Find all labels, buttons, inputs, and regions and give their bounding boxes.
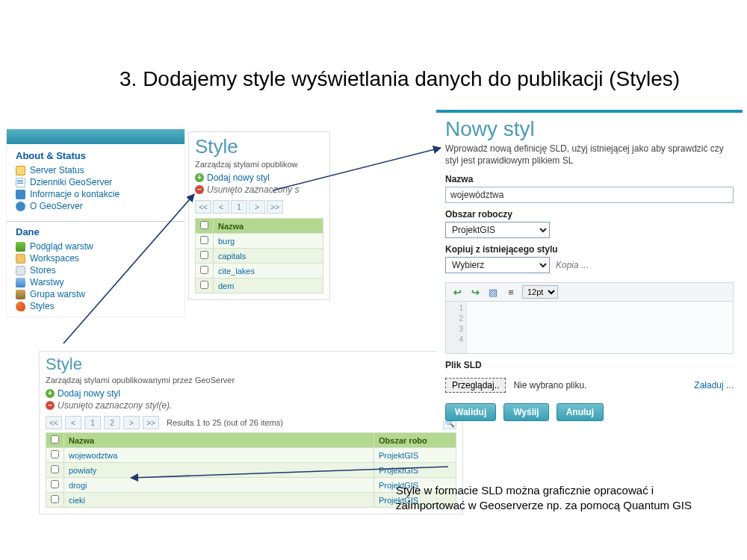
results-text: Results 1 to 25 (out of 26 items) — [167, 418, 283, 427]
row-checkbox[interactable] — [200, 251, 208, 259]
col-name-header[interactable]: Nazwa — [64, 433, 374, 448]
nav-styles[interactable]: Styles — [14, 300, 177, 312]
row-checkbox[interactable] — [51, 480, 59, 488]
panel-top-rule — [436, 110, 743, 113]
nav-about-geoserver[interactable]: O GeoServer — [14, 200, 177, 212]
pager-next[interactable]: > — [249, 200, 265, 214]
styles-subdesc-wide: Zarządzaj stylami opublikowanymi przez G… — [46, 376, 456, 385]
pager-last[interactable]: >> — [267, 200, 283, 214]
nav-layer-preview[interactable]: Podgląd warstw — [14, 240, 177, 252]
styles-panel-narrow: Style Zarządzaj stylami opublikow + Doda… — [188, 131, 330, 300]
undo-icon[interactable]: ↩ — [450, 286, 464, 298]
row-checkbox[interactable] — [51, 450, 59, 458]
nav-layer-groups[interactable]: Grupa warstw — [14, 288, 177, 300]
wrap-icon[interactable]: ≡ — [504, 286, 518, 298]
remove-style-link-wide[interactable]: – Usunięto zaznaczony styl(e). — [46, 399, 456, 411]
load-link[interactable]: Załaduj ... — [694, 380, 734, 391]
sld-editor[interactable]: 1 2 3 4 — [445, 302, 734, 354]
pager-page[interactable]: 1 — [231, 200, 247, 214]
pager-page-1[interactable]: 1 — [84, 416, 101, 429]
submit-button[interactable]: Wyślij — [503, 403, 548, 421]
style-link[interactable]: cite_lakes — [218, 267, 255, 276]
group-icon — [16, 290, 25, 299]
pager-first[interactable]: << — [46, 416, 62, 429]
copy-label: Kopiuj z istniejącego stylu — [445, 244, 734, 255]
add-style-link-wide[interactable]: + Dodaj nowy styl — [46, 388, 456, 399]
copy-from-select[interactable]: Wybierz — [445, 257, 550, 273]
col-name-header[interactable]: Nazwa — [214, 219, 323, 234]
pager-prev[interactable]: < — [65, 416, 81, 429]
pager: << < 1 > >> — [195, 200, 323, 214]
style-link[interactable]: wojewodztwa — [69, 451, 117, 460]
style-link[interactable]: capitals — [218, 252, 246, 261]
new-style-panel: Nowy styl Wprowadź nową definicję SLD, u… — [436, 110, 743, 421]
nav-contact-info[interactable]: Informacje o kontakcie — [14, 188, 177, 200]
pager-last[interactable]: >> — [143, 416, 159, 429]
pager-next[interactable]: > — [123, 416, 140, 429]
styles-heading-wide: Style — [46, 355, 456, 374]
image-icon[interactable]: ▧ — [486, 286, 500, 298]
status-icon — [16, 166, 25, 175]
results-row: << < 1 2 > >> Results 1 to 25 (out of 26… — [46, 416, 456, 429]
style-link[interactable]: cieki — [69, 496, 85, 505]
workspace-link[interactable]: ProjektGIS — [379, 466, 418, 475]
name-input[interactable] — [445, 187, 734, 203]
row-checkbox[interactable] — [200, 266, 208, 274]
geoserver-sidebar: About & Status Server Status Dzienniki G… — [6, 128, 185, 317]
col-workspace-header[interactable]: Obszar robo — [374, 433, 456, 448]
layer-icon — [16, 278, 25, 287]
nav-layers[interactable]: Warstwy — [14, 276, 177, 288]
pager-page-2[interactable]: 2 — [104, 416, 120, 429]
style-link[interactable]: dem — [218, 281, 234, 290]
styles-subdesc: Zarządzaj stylami opublikow — [195, 160, 323, 169]
folder-icon — [16, 254, 25, 264]
workspace-label: Obszar roboczy — [445, 209, 734, 220]
style-link[interactable]: powiaty — [69, 466, 96, 475]
add-style-link[interactable]: + Dodaj nowy styl — [195, 172, 323, 184]
plus-icon: + — [46, 389, 55, 398]
row-checkbox[interactable] — [200, 236, 208, 244]
table-row: cite_lakes — [196, 264, 323, 279]
sidebar-topbar — [7, 129, 185, 144]
table-row: powiatyProjektGIS — [46, 463, 456, 478]
data-list: Podgląd warstw Workspaces Stores Warstwy… — [7, 239, 185, 317]
nav-workspaces[interactable]: Workspaces — [14, 252, 177, 264]
remove-style-link[interactable]: – Usunięto zaznaczony s — [195, 184, 323, 196]
nav-logs[interactable]: Dzienniki GeoServer — [14, 176, 177, 188]
plus-icon: + — [195, 173, 204, 182]
table-row: capitals — [196, 249, 323, 264]
redo-icon[interactable]: ↪ — [468, 286, 482, 298]
styles-table-narrow: Nazwa burg capitals cite_lakes dem — [195, 218, 323, 293]
data-heading: Dane — [7, 221, 185, 239]
browse-button[interactable]: Przeglądaj.. — [445, 378, 506, 393]
validate-button[interactable]: Waliduj — [445, 403, 496, 421]
pager-prev[interactable]: < — [213, 200, 229, 214]
sld-file-label: Plik SLD — [445, 360, 734, 370]
row-checkbox[interactable] — [51, 465, 59, 473]
row-checkbox[interactable] — [51, 495, 59, 503]
table-row: ciekiProjektGIS — [46, 493, 456, 508]
info-icon — [16, 190, 25, 199]
style-link[interactable]: drogi — [69, 481, 87, 490]
nav-server-status[interactable]: Server Status — [14, 164, 177, 176]
workspace-select[interactable]: ProjektGIS — [445, 222, 550, 238]
styles-table-wide: Nazwa Obszar robo wojewodztwaProjektGIS … — [46, 432, 456, 508]
font-size-select[interactable]: 12pt — [522, 285, 558, 299]
database-icon — [16, 266, 25, 276]
cancel-button[interactable]: Anuluj — [557, 403, 604, 421]
pager-first[interactable]: << — [195, 200, 211, 214]
new-style-heading: Nowy styl — [436, 117, 743, 143]
new-style-desc: Wprowadź nową definicję SLD, użyj istnie… — [445, 143, 734, 167]
palette-icon — [16, 302, 25, 311]
row-checkbox[interactable] — [200, 281, 208, 289]
table-row: drogiProjektGIS — [46, 478, 456, 493]
no-file-text: Nie wybrano pliku. — [513, 380, 586, 391]
workspace-link[interactable]: ProjektGIS — [379, 451, 418, 460]
question-icon — [16, 202, 25, 211]
select-all-checkbox[interactable] — [51, 435, 59, 444]
style-link[interactable]: burg — [218, 237, 235, 246]
select-all-checkbox[interactable] — [200, 221, 208, 229]
copy-hint: Kopia ... — [556, 260, 589, 270]
nav-stores[interactable]: Stores — [14, 264, 177, 276]
styles-heading: Style — [195, 135, 323, 158]
